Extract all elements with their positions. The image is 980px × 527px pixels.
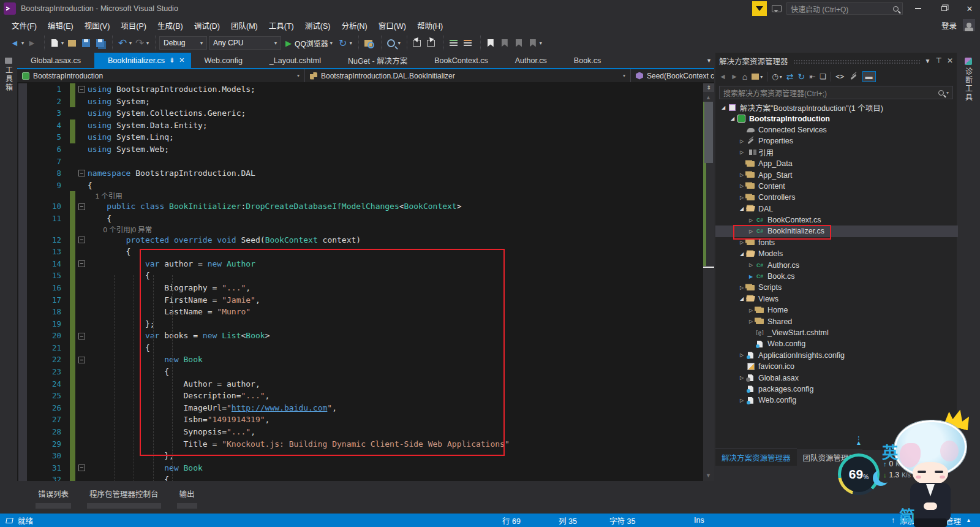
collapsed-arrow-icon[interactable]: ▷	[747, 308, 755, 313]
tree-item-引用[interactable]: ▷引用	[715, 147, 958, 158]
next-bookmark-icon[interactable]	[513, 36, 525, 50]
tree-item-DAL[interactable]: ◢DAL	[715, 203, 958, 214]
collapsed-arrow-icon[interactable]: ▷	[737, 195, 746, 200]
collapsed-arrow-icon[interactable]: ▶	[747, 274, 755, 279]
new-file-dropdown-icon[interactable]: ▾	[61, 40, 64, 46]
tree-item-_ViewStart.cshtml[interactable]: _ViewStart.cshtml	[715, 327, 958, 338]
attach-to-process-icon[interactable]	[363, 36, 375, 50]
fold-collapse-icon[interactable]	[75, 167, 88, 180]
preview-selected-items-icon[interactable]: ▬	[862, 71, 876, 82]
breadcrumb-member-dropdown[interactable]: Seed(BookContext context)	[631, 69, 714, 82]
editor-vertical-scrollbar[interactable]: ⇕ ▲ ▼	[703, 83, 714, 481]
solution-explorer-title-bar[interactable]: 解决方案资源管理器 ▼ ⊤ ✕	[715, 53, 957, 69]
start-debugging-button[interactable]: ▶ QQ浏览器 ▾	[283, 38, 335, 48]
menu-编辑(E)[interactable]: 编辑(E)	[42, 17, 79, 34]
collapsed-arrow-icon[interactable]: ▷	[737, 172, 746, 178]
codelens-row[interactable]: 1 个引用	[17, 191, 703, 200]
close-tab-icon[interactable]: ✕	[179, 56, 184, 64]
collapsed-arrow-icon[interactable]: ▷	[747, 319, 755, 324]
fold-collapse-icon[interactable]	[75, 234, 88, 246]
switch-views-icon[interactable]: ▾	[752, 74, 763, 80]
forward-icon[interactable]: ►	[731, 72, 738, 81]
tree-item-Models[interactable]: ◢Models	[715, 248, 958, 259]
code-line-32[interactable]: 32 {	[17, 474, 703, 481]
solution-explorer-search-box[interactable]: 搜索解决方案资源管理器(Ctrl+;) ▾	[719, 86, 953, 99]
collapse-all-icon[interactable]: ⇤	[809, 72, 815, 81]
code-line-11[interactable]: 11 {	[17, 213, 703, 225]
collapsed-arrow-icon[interactable]: ▷	[737, 285, 746, 290]
tree-item-Shared[interactable]: ▷Shared	[715, 316, 958, 327]
code-line-2[interactable]: 2using System;	[17, 96, 703, 108]
breadcrumb-project-dropdown[interactable]: BootstrapIntroduction ▾	[17, 69, 305, 82]
minimize-button[interactable]	[908, 1, 929, 17]
increase-indent-icon[interactable]	[448, 36, 460, 50]
scrollbar-thumb[interactable]	[704, 102, 713, 163]
expanded-arrow-icon[interactable]: ◢	[719, 105, 728, 110]
menu-调试(D)[interactable]: 调试(D)	[189, 17, 225, 34]
tree-item-Connected Services[interactable]: Connected Services	[715, 124, 958, 135]
search-options-dropdown-icon[interactable]: ▾	[946, 90, 949, 96]
pin-tab-icon[interactable]: ⇟	[169, 56, 175, 64]
sign-in-link[interactable]: 登录	[941, 20, 957, 31]
tree-item-Web.config[interactable]: Web.config	[715, 338, 958, 349]
tree-item-BookContext.cs[interactable]: ▷BookContext.cs	[715, 214, 958, 226]
toggle-bookmark-icon[interactable]	[484, 36, 497, 50]
tab-Author.cs[interactable]: Author.cs	[502, 53, 560, 68]
tree-item-Global.asax[interactable]: ▷Global.asax	[715, 372, 958, 383]
home-icon[interactable]: ⌂	[742, 72, 747, 82]
show-definition-icon[interactable]	[425, 36, 437, 50]
menu-文件(F)[interactable]: 文件(F)	[6, 17, 42, 34]
tree-item-Views[interactable]: ◢Views	[715, 294, 958, 305]
splitter-handle-icon[interactable]: ⇕	[703, 83, 714, 92]
avatar-icon[interactable]	[963, 19, 975, 31]
code-line-8[interactable]: 8namespace BootstrapIntroduction.DAL	[17, 167, 703, 180]
fold-collapse-icon[interactable]	[75, 330, 88, 342]
toolbox-vertical-tab[interactable]: 工具箱	[0, 58, 17, 92]
collapsed-arrow-icon[interactable]: ▷	[737, 375, 746, 381]
code-line-5[interactable]: 5using System.Linq;	[17, 131, 703, 143]
save-icon[interactable]	[80, 36, 92, 50]
code-line-31[interactable]: 31 new Book	[17, 462, 703, 474]
code-line-7[interactable]: 7	[17, 156, 703, 168]
tab-BookContext.cs[interactable]: BookContext.cs	[421, 53, 502, 68]
collapsed-arrow-icon[interactable]: ▷	[747, 262, 755, 268]
menu-项目(P)[interactable]: 项目(P)	[115, 17, 152, 34]
undo-dropdown-icon[interactable]: ▾	[129, 40, 132, 46]
menu-工具(T)[interactable]: 工具(T)	[263, 17, 300, 34]
bottom-tab-程序包管理器控制台[interactable]: 程序包管理器控制台	[87, 488, 161, 514]
tree-item-App_Data[interactable]: App_Data	[715, 158, 958, 169]
previous-bookmark-icon[interactable]	[499, 36, 511, 50]
quick-launch-box[interactable]: 快速启动 (Ctrl+Q)	[786, 2, 903, 15]
expanded-arrow-icon[interactable]: ◢	[737, 206, 746, 211]
navigate-back-icon[interactable]: ◄	[9, 36, 21, 50]
bottom-tab-错误列表[interactable]: 错误列表	[36, 488, 71, 514]
code-line-1[interactable]: 1using BootstrapIntroduction.Models;	[17, 83, 703, 96]
solution-platform-select[interactable]: Any CPU▾	[209, 36, 281, 50]
properties-icon[interactable]	[849, 73, 858, 81]
tab-list-dropdown-icon[interactable]: ▼	[706, 58, 712, 64]
code-line-12[interactable]: 12 protected override void Seed(BookCont…	[17, 234, 703, 246]
fold-collapse-icon[interactable]	[75, 200, 88, 213]
comment-lines-icon[interactable]	[462, 36, 474, 50]
collapsed-arrow-icon[interactable]: ▷	[737, 138, 746, 144]
menu-生成(B)[interactable]: 生成(B)	[152, 17, 189, 34]
navigate-back-dropdown-icon[interactable]: ▾	[21, 40, 24, 46]
code-line-10[interactable]: 10 public class BookInitializer:DropCrea…	[17, 200, 703, 213]
redo-icon[interactable]: ↷	[134, 36, 146, 50]
menu-窗口(W)[interactable]: 窗口(W)	[373, 17, 412, 34]
save-all-icon[interactable]	[94, 36, 106, 50]
tab-Global.asax.cs[interactable]: Global.asax.cs	[17, 53, 94, 68]
code-line-3[interactable]: 3using System.Collections.Generic;	[17, 107, 703, 119]
toolbar-overflow-icon[interactable]: ▾	[540, 40, 542, 46]
scroll-down-icon[interactable]: ▼	[706, 472, 711, 479]
collapsed-arrow-icon[interactable]: ▷	[737, 183, 746, 189]
find-dropdown-icon[interactable]: ▾	[398, 40, 401, 46]
expanded-arrow-icon[interactable]: ◢	[737, 296, 746, 301]
restore-button[interactable]	[933, 1, 954, 17]
clear-bookmarks-icon[interactable]	[527, 36, 539, 50]
navigate-forward-icon[interactable]: ►	[26, 36, 38, 50]
navigate-to-cursor-icon[interactable]	[411, 36, 423, 50]
close-button[interactable]: ✕	[959, 1, 980, 17]
collapsed-arrow-icon[interactable]: ▷	[737, 150, 746, 155]
tree-item-解决方案"BootstrapIntroduction"(1 个项目)[interactable]: ◢解决方案"BootstrapIntroduction"(1 个项目)	[715, 102, 958, 113]
